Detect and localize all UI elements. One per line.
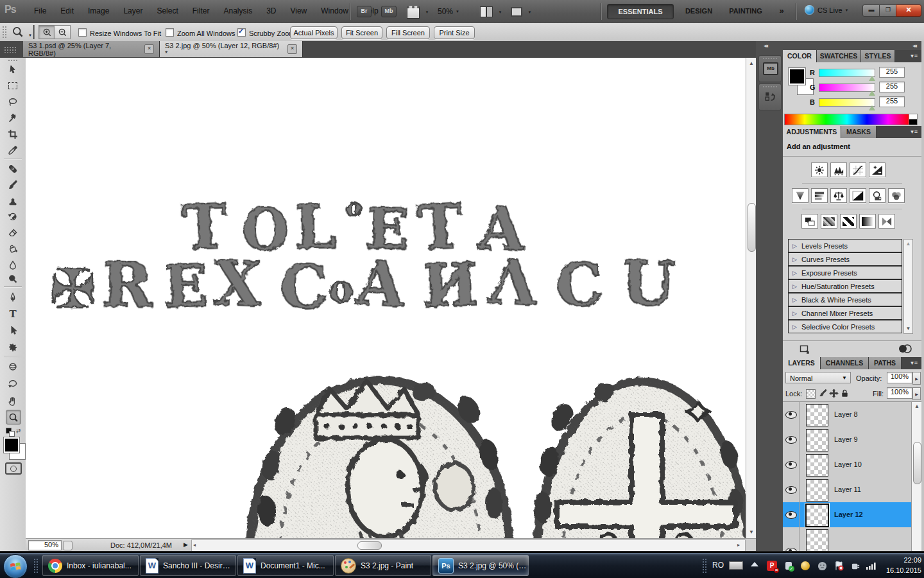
expand-triangle-icon[interactable] <box>792 283 797 290</box>
close-button[interactable]: ✕ <box>896 4 921 17</box>
blend-mode-dropdown[interactable]: Normal ▼ <box>785 372 851 383</box>
visibility-toggle[interactable] <box>783 477 800 502</box>
taskbar-word-button-2[interactable]: W Document1 - Mic... <box>237 555 334 576</box>
minimize-button[interactable]: ▬ <box>862 4 880 17</box>
color-balance-icon[interactable] <box>830 188 847 203</box>
lock-transparency-icon[interactable] <box>806 389 816 399</box>
paint-bucket-tool[interactable] <box>6 242 20 256</box>
layer-row[interactable]: Layer 11 <box>783 477 911 503</box>
black-white-icon[interactable] <box>850 188 866 203</box>
preset-levels[interactable]: Levels Presets <box>788 239 902 252</box>
tab-paths[interactable]: PATHS <box>869 357 902 369</box>
vertical-scroll-thumb[interactable] <box>748 203 756 252</box>
workspace-painting[interactable]: PAINTING <box>723 4 769 18</box>
expand-triangle-icon[interactable] <box>792 324 797 330</box>
visibility-toggle[interactable] <box>783 452 800 477</box>
scroll-up-arrow[interactable]: ▲ <box>912 402 922 411</box>
expand-triangle-icon[interactable] <box>792 310 797 317</box>
exposure-icon[interactable] <box>869 162 886 177</box>
layer-thumbnail[interactable] <box>806 454 828 477</box>
collapse-panels-chevrons[interactable]: ◂◂ <box>912 42 916 49</box>
gradient-map-icon[interactable] <box>859 214 876 229</box>
brightness-contrast-icon[interactable] <box>811 162 828 177</box>
tab-close-icon[interactable] <box>144 44 154 54</box>
return-to-adjustment-list-icon[interactable] <box>800 345 810 354</box>
tab-styles[interactable]: STYLES <box>861 50 895 62</box>
taskbar-photoshop-button-active[interactable]: Ps S3 2.jpg @ 50% (L... <box>432 555 529 576</box>
red-value-field[interactable]: 255 <box>879 67 905 78</box>
menu-image[interactable]: Image <box>81 0 116 22</box>
layer-thumbnail[interactable] <box>806 479 828 502</box>
presets-scrollbar[interactable]: ▲ ▼ <box>903 239 913 334</box>
history-panel-button[interactable] <box>758 83 782 110</box>
options-bar-grip[interactable] <box>2 26 7 39</box>
visibility-toggle[interactable] <box>783 502 800 527</box>
panel-menu-icon[interactable] <box>911 357 921 369</box>
preset-black-white[interactable]: Black & White Presets <box>788 293 902 306</box>
tab-swatches[interactable]: SWATCHES <box>817 50 861 62</box>
menu-view[interactable]: View <box>283 0 314 22</box>
tools-panel-grip[interactable] <box>8 59 18 62</box>
print-size-button[interactable]: Print Size <box>434 26 475 39</box>
3d-object-rotate-tool[interactable] <box>6 360 20 373</box>
preset-curves[interactable]: Curves Presets <box>788 252 902 266</box>
workspace-overflow-chevrons[interactable]: » <box>773 4 791 18</box>
menu-select[interactable]: Select <box>150 0 185 22</box>
scroll-left-arrow[interactable]: ◂ <box>193 541 196 550</box>
color-spectrum-ramp[interactable] <box>784 114 910 125</box>
launch-bridge-button[interactable]: Br <box>357 6 372 17</box>
swap-colors-icon[interactable]: ⇄ <box>16 428 21 434</box>
3d-rotate-camera-tool[interactable] <box>6 376 20 390</box>
tab-channels[interactable]: CHANNELS <box>821 357 869 369</box>
hue-saturation-icon[interactable] <box>811 188 828 203</box>
fill-screen-button[interactable]: Fill Screen <box>386 26 430 39</box>
document-tab-inactive[interactable]: S3 1.psd @ 25% (Layer 7, RGB/8#) <box>23 41 160 57</box>
zoom-level-dropdown[interactable]: 50% <box>438 0 459 23</box>
channel-mixer-icon[interactable] <box>888 188 905 203</box>
crop-tool[interactable] <box>6 127 20 141</box>
hand-tool[interactable] <box>6 394 20 408</box>
layer-thumbnail[interactable] <box>805 504 829 527</box>
horizontal-scroll-thumb[interactable] <box>357 541 382 550</box>
scroll-up-arrow[interactable]: ▲ <box>748 59 755 68</box>
eraser-tool[interactable] <box>6 226 20 240</box>
red-slider-handle[interactable] <box>869 76 875 81</box>
scroll-down-arrow[interactable]: ▼ <box>904 324 912 333</box>
document-canvas[interactable]: T O L o E T A ✠ R E X C o A И Λ C U <box>26 58 746 538</box>
dodge-tool[interactable] <box>6 272 20 286</box>
taskbar-paint-button[interactable]: S3 2.jpg - Paint <box>335 555 431 576</box>
preset-hue-saturation[interactable]: Hue/Saturation Presets <box>788 279 902 293</box>
keyboard-layout-icon[interactable] <box>729 561 743 570</box>
history-brush-tool[interactable] <box>6 210 20 223</box>
menu-file[interactable]: File <box>27 0 53 22</box>
status-zoom-field[interactable]: 50% <box>28 540 62 550</box>
start-button[interactable] <box>3 554 28 578</box>
expand-triangle-icon[interactable] <box>792 270 797 276</box>
zoom-tool-selected[interactable] <box>6 410 21 425</box>
zoom-out-mode-button[interactable] <box>54 25 71 39</box>
red-slider[interactable] <box>819 69 875 77</box>
clip-to-layer-icon[interactable] <box>897 344 912 354</box>
blue-value-field[interactable]: 255 <box>879 96 905 107</box>
layer-thumbnail[interactable] <box>806 529 828 552</box>
preset-selective-color[interactable]: Selective Color Presets <box>788 320 902 333</box>
expand-triangle-icon[interactable] <box>792 297 797 303</box>
tab-layers[interactable]: LAYERS <box>783 357 821 369</box>
curves-icon[interactable] <box>850 162 866 177</box>
visibility-toggle[interactable] <box>783 402 800 427</box>
fill-spinner[interactable] <box>912 387 921 400</box>
arrange-documents-button[interactable] <box>480 6 502 17</box>
lock-pixels-icon[interactable] <box>818 389 828 398</box>
preset-channel-mixer[interactable]: Channel Mixer Presets <box>788 306 902 320</box>
spot-healing-brush-tool[interactable] <box>6 162 20 175</box>
layers-scrollbar[interactable]: ▲ ▼ <box>911 402 922 575</box>
lock-position-icon[interactable] <box>829 389 839 398</box>
screen-mode-button[interactable] <box>511 6 531 17</box>
layers-scroll-thumb[interactable] <box>913 442 921 484</box>
fill-field[interactable]: 100% <box>887 387 912 399</box>
panel-menu-icon[interactable] <box>911 50 921 62</box>
tray-device-plug-icon[interactable] <box>850 560 861 572</box>
foreground-color-well[interactable] <box>788 67 806 85</box>
current-tool-preset[interactable] <box>12 26 32 39</box>
menu-analysis[interactable]: Analysis <box>216 0 259 22</box>
